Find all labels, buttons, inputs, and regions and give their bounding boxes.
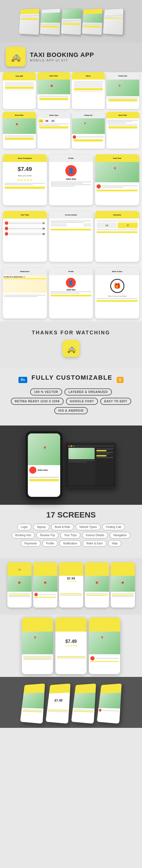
bottom-phone-1: 🚕	[7, 562, 31, 608]
login-line	[5, 89, 34, 90]
mac-close-btn	[68, 445, 70, 447]
screen-signup-header: Signup	[72, 72, 105, 80]
bp-line-1c	[8, 596, 30, 597]
sketch-icon: S	[117, 377, 123, 383]
profile-header: Profile	[49, 154, 93, 162]
big-screens-row3: Notification Get 20% off on Mobile Rides…	[0, 265, 142, 321]
payments-body: 💵 💳	[95, 219, 139, 236]
invoice-row-1	[51, 224, 92, 224]
price-desc: Rate your driver	[4, 175, 45, 177]
final-body	[95, 182, 139, 194]
ipb-line-6	[73, 711, 94, 712]
trip-info-3	[9, 234, 42, 235]
final-driver-info	[102, 185, 138, 188]
bp-top-1: 🚕	[7, 562, 31, 576]
bp-line-5a	[112, 593, 134, 594]
driver-avatar	[73, 135, 76, 139]
mockup-btn	[29, 479, 59, 481]
vehicle-btn	[39, 126, 69, 128]
bbp-price-area: $7.49 ★★★★★	[55, 631, 87, 654]
iso-phone-1	[19, 8, 39, 35]
invoice-val-1	[83, 224, 91, 224]
bbp-line-1b	[23, 658, 52, 658]
book2-btn	[4, 137, 34, 140]
invoice-line-1	[51, 221, 92, 221]
vehicle-icons-row: 🚕 🚗 🚙	[38, 119, 70, 123]
refer-text: Refer & Earn Free Rides	[97, 295, 138, 297]
payment-line-2	[97, 229, 138, 230]
screen-finding2-body	[72, 134, 105, 143]
profile-line-3	[51, 184, 91, 185]
ipb-map-4	[98, 693, 121, 709]
badge-vector: 100 % VECTOR	[30, 389, 62, 396]
final-btn	[97, 190, 138, 191]
screen-finding-body	[106, 96, 139, 103]
invoice-header: Invoice Details	[49, 211, 93, 219]
screen-grid-row1: TAXi APP Book A Ride Signup Find	[0, 72, 142, 112]
screen-signup: Signup	[72, 72, 105, 109]
bottom-phones-grid: 🚕 $7.49 ★★★★★	[3, 562, 139, 608]
trip-avatar-2	[5, 227, 8, 230]
badge-edit: EASY TO EDIT	[100, 398, 131, 405]
bbp-line-2b	[57, 658, 85, 658]
big-screens-row2: Your Trips $7 $5 $9	[0, 208, 142, 265]
mockup-phone: John Doe	[26, 431, 63, 499]
screen-book-ride: Book A Ride	[38, 72, 70, 109]
screen-tag-notification: Notification	[60, 540, 81, 547]
bbp-top-1	[22, 617, 53, 631]
finding2-pin: 📍	[83, 122, 87, 125]
mockup-line-1	[29, 477, 59, 478]
screen-tag-book: Book A Ride	[51, 524, 74, 530]
bp-body-4	[85, 592, 109, 608]
bp-map-4	[85, 576, 109, 592]
trips-body: $7 $5 $9	[3, 219, 47, 238]
profile2-avatar: 👤	[66, 278, 76, 288]
screen-invoice: Invoice Details	[49, 211, 93, 262]
refer-body: 🎁 Refer & Earn Free Rides	[95, 275, 139, 304]
mac-max-btn	[73, 445, 74, 447]
ipb-top-4	[100, 683, 122, 693]
mac-titlebar	[68, 445, 114, 447]
bp-top-2	[33, 562, 57, 576]
notif-list	[3, 293, 47, 299]
trip-avatar-1	[5, 221, 8, 225]
bbp-price-content: $7.49 ★★★★★	[65, 639, 77, 647]
ipb-line-7	[102, 710, 119, 711]
invoice-row-2	[51, 225, 92, 226]
bottom-phone-4	[85, 562, 109, 608]
tools-row: Ps FULLY CUSTOMIZABLE S	[6, 374, 136, 385]
screen-tag-invoice: Invoice Details	[82, 532, 108, 538]
finding2-btn	[74, 139, 103, 142]
ipb-map-3	[73, 693, 96, 709]
bp-avatar-2	[34, 593, 38, 596]
payment-card: 💳	[118, 222, 138, 228]
payment-btn	[97, 231, 138, 233]
screen-login-header: TAXi APP	[3, 72, 36, 81]
screen-tag-trips: Your Trips	[60, 532, 80, 538]
device-showcase: John Doe	[0, 426, 142, 505]
trip-item-3: $9	[4, 231, 45, 236]
refer-icon: 🎁	[110, 279, 124, 293]
screen-refer-earn: Refer & Earn 🎁 Refer & Earn Free Rides	[95, 268, 139, 318]
login-btn	[5, 87, 34, 89]
invoice-item-2	[51, 225, 67, 226]
ipb-avatar	[99, 709, 102, 712]
badge-platform: IOS & ANDROID	[54, 407, 88, 414]
mac-panel-line-3	[96, 452, 113, 453]
trip-line-3	[9, 234, 42, 235]
screen-tag-booking-info: Booking Info	[11, 532, 35, 538]
screen-finding-map: 📍	[106, 80, 139, 96]
notif-line-1	[4, 295, 46, 296]
feature-badges-container: 100 % VECTOR LAYERED & ORGANIZED RETINA …	[6, 389, 136, 414]
booking-line-3	[108, 123, 126, 123]
isometric-phones-grid	[3, 6, 139, 37]
big-screens-row: Book Completed $7.49 Rate your driver ★★…	[0, 151, 142, 208]
profile2-header: Profile	[49, 268, 93, 275]
mockup-map	[28, 433, 60, 465]
thanks-section: THANKS FOR WATCHING 🚕	[0, 321, 142, 368]
iso-phone-bottom-2: $7.49	[46, 683, 71, 724]
profile-line-1	[51, 182, 91, 182]
ipb-price-text: $7.49	[54, 699, 63, 702]
bbp-info	[95, 657, 119, 659]
trip-price-2: $5	[43, 228, 45, 229]
